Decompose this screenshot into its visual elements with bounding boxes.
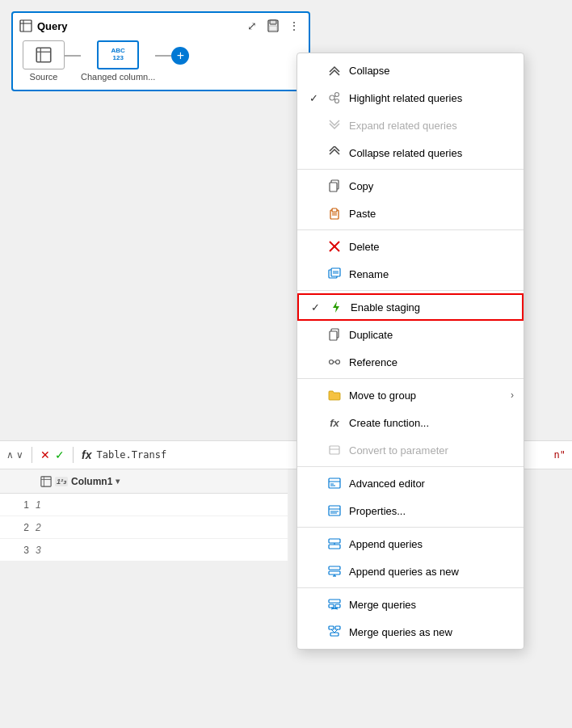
pipeline-step-source[interactable]: Source	[23, 40, 65, 82]
expand-icon[interactable]: ⤢	[244, 18, 260, 34]
expand-related-icon	[326, 119, 343, 132]
advanced-editor-icon	[326, 477, 343, 490]
menu-item-enable-staging[interactable]: ✓ Enable staging	[297, 293, 524, 321]
svg-rect-37	[329, 478, 340, 488]
lightning-icon	[328, 301, 344, 314]
cell-3-1: 3	[36, 545, 41, 556]
svg-line-15	[334, 95, 335, 97]
menu-label-delete: Delete	[349, 241, 514, 253]
source-step-box	[23, 40, 65, 69]
table-row: 1 1	[0, 494, 288, 516]
menu-item-append-queries[interactable]: Append queries	[297, 530, 524, 558]
svg-rect-59	[330, 633, 339, 636]
submenu-arrow-move-group: ›	[511, 389, 514, 401]
menu-label-highlight-related: Highlight related queries	[349, 92, 514, 104]
menu-label-convert-parameter: Convert to parameter	[349, 444, 514, 457]
menu-item-properties[interactable]: Properties...	[297, 497, 524, 524]
query-title: Query	[19, 19, 68, 32]
svg-point-33	[336, 360, 340, 364]
table-icon	[19, 19, 32, 32]
formula-nav: ∧ ∨	[6, 449, 23, 461]
menu-label-enable-staging: Enable staging	[351, 301, 512, 314]
data-grid: 1²₃ Column1 ▾ 1 1 2 2 3 3	[0, 469, 288, 562]
row-number-1: 1	[6, 499, 36, 511]
svg-rect-26	[331, 268, 340, 276]
col-type-badge: 1²₃	[55, 477, 68, 486]
highlight-icon	[326, 91, 343, 104]
menu-label-expand-related: Expand related queries	[349, 120, 514, 132]
svg-point-13	[335, 93, 339, 97]
cancel-edit[interactable]: ✕	[40, 448, 50, 461]
pipeline-connector-2	[155, 55, 171, 57]
divider-2	[297, 229, 524, 230]
table-row: 3 3	[0, 539, 288, 562]
col-table-icon	[40, 476, 52, 487]
source-table-icon	[36, 47, 52, 63]
menu-label-reference: Reference	[349, 356, 514, 368]
menu-item-move-to-group[interactable]: Move to group ›	[297, 381, 524, 409]
menu-item-advanced-editor[interactable]: Advanced editor	[297, 469, 524, 497]
menu-item-duplicate[interactable]: Duplicate	[297, 321, 524, 348]
pipeline-step-changed[interactable]: ABC 123 Changed column...	[81, 40, 155, 82]
menu-item-merge-queries-new[interactable]: Merge queries as new	[297, 618, 524, 646]
divider-6	[297, 527, 524, 528]
nav-down[interactable]: ∨	[16, 449, 23, 461]
merge-new-icon	[326, 625, 343, 638]
menu-item-rename[interactable]: Rename	[297, 260, 524, 288]
menu-item-expand-related: Expand related queries	[297, 112, 524, 139]
divider-3	[297, 290, 524, 291]
copy-icon	[326, 179, 343, 192]
check-enable-staging: ✓	[309, 301, 322, 314]
menu-label-duplicate: Duplicate	[349, 329, 514, 341]
duplicate-icon	[326, 328, 343, 341]
menu-label-merge-queries-new: Merge queries as new	[349, 626, 514, 638]
fx-icon: fx	[326, 417, 343, 429]
append-new-icon	[326, 565, 343, 578]
menu-item-copy[interactable]: Copy	[297, 172, 524, 200]
menu-item-delete[interactable]: Delete	[297, 233, 524, 260]
formula-sep-2	[73, 447, 74, 463]
pipeline-connector-1	[65, 55, 81, 57]
add-step-button[interactable]: +	[171, 47, 189, 65]
row-number-3: 3	[6, 545, 36, 556]
reference-icon	[326, 356, 343, 368]
folder-icon	[326, 389, 343, 402]
menu-item-create-function[interactable]: fx Create function...	[297, 409, 524, 436]
svg-rect-48	[329, 566, 340, 570]
menu-label-copy: Copy	[349, 180, 514, 192]
divider-4	[297, 378, 524, 379]
divider-7	[297, 587, 524, 588]
menu-item-reference[interactable]: Reference	[297, 348, 524, 376]
row-number-2: 2	[6, 522, 36, 533]
nav-up[interactable]: ∧	[6, 449, 14, 461]
more-icon[interactable]: ⋮	[286, 18, 302, 34]
menu-item-append-queries-new[interactable]: Append queries as new	[297, 558, 524, 585]
menu-item-highlight-related[interactable]: ✓ Highlight related queries	[297, 84, 524, 112]
menu-label-collapse: Collapse	[349, 65, 514, 77]
svg-rect-45	[329, 539, 340, 543]
query-title-bar: Query ⤢ ⋮	[19, 18, 302, 34]
column-header[interactable]: 1²₃ Column1 ▾	[40, 476, 120, 487]
menu-label-collapse-related: Collapse related queries	[349, 147, 514, 159]
svg-rect-53	[329, 604, 334, 608]
collapse-related-icon	[326, 146, 343, 159]
svg-point-12	[330, 95, 334, 100]
col-dropdown[interactable]: ▾	[116, 477, 120, 486]
svg-rect-35	[330, 446, 339, 454]
append-icon	[326, 537, 343, 550]
menu-label-paste: Paste	[349, 208, 514, 220]
formula-sep-1	[32, 447, 32, 463]
pipeline: Source ABC 123 Changed column... +	[19, 39, 302, 83]
menu-item-collapse[interactable]: Collapse	[297, 57, 524, 84]
menu-item-paste[interactable]: Paste	[297, 200, 524, 227]
svg-rect-5	[269, 26, 277, 31]
changed-label: Changed column...	[81, 72, 155, 82]
menu-label-append-queries: Append queries	[349, 538, 514, 550]
svg-rect-52	[329, 600, 340, 603]
svg-rect-31	[330, 331, 337, 340]
save-icon[interactable]	[265, 18, 281, 34]
menu-item-collapse-related[interactable]: Collapse related queries	[297, 139, 524, 166]
confirm-edit[interactable]: ✓	[55, 448, 65, 461]
menu-item-merge-queries[interactable]: Merge queries	[297, 591, 524, 618]
changed-step-box: ABC 123	[97, 40, 139, 69]
